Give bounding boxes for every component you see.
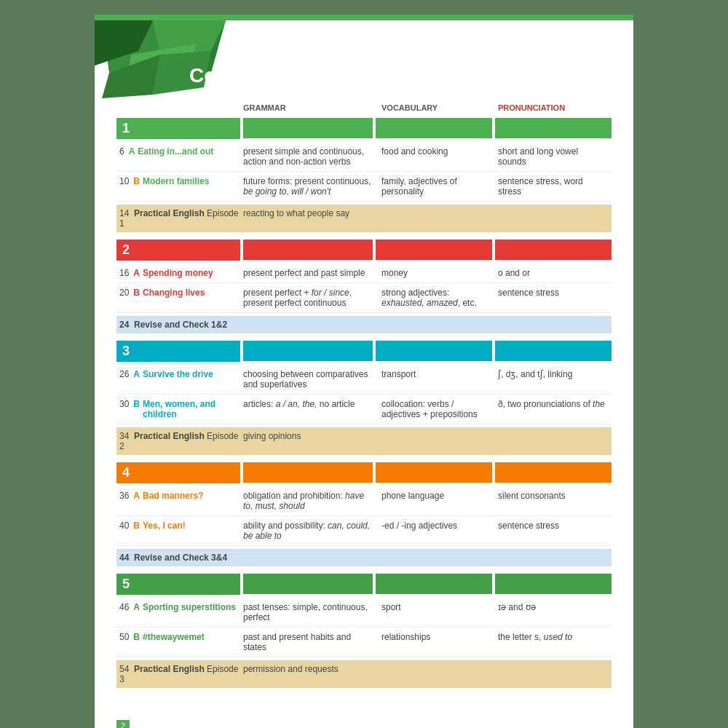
- revise-blank-1a: [243, 320, 376, 330]
- practical-page-2: 34 Practical English Episode 2: [119, 431, 243, 451]
- lesson-num-3a: 26: [116, 369, 132, 379]
- lesson-label-3a: A: [133, 369, 140, 379]
- unit-header-2: 2: [116, 240, 612, 261]
- unit-color-vocab-3: [376, 341, 492, 361]
- lesson-label-1b: B: [133, 176, 140, 186]
- practical-page-3: 54 Practical English Episode 3: [119, 664, 243, 684]
- unit-color-pronun-5: [495, 574, 612, 594]
- lesson-grammar-5b: past and present habits and states: [240, 632, 379, 652]
- practical-blank-3b: [492, 664, 609, 684]
- unit-color-pronun-3: [495, 341, 612, 361]
- unit-color-vocab-5: [376, 574, 492, 594]
- lesson-label-3b: B: [133, 399, 140, 409]
- header-area: Contents: [95, 15, 633, 102]
- revise-row-2: 44 Revise and Check 3&4: [116, 549, 612, 566]
- revise-blank-2c: [492, 553, 609, 563]
- lesson-grammar-3b: articles: a / an, the, no article: [240, 399, 379, 409]
- lesson-row-2a: 16 A Spending money present perfect and …: [116, 264, 612, 283]
- lesson-name-4b: Yes, I can!: [143, 521, 186, 531]
- lesson-name-1a: Eating in...and out: [138, 146, 213, 157]
- lesson-title-1b: 10 B Modern families: [116, 176, 240, 186]
- practical-row-3: 54 Practical English Episode 3 permissio…: [116, 660, 612, 688]
- page-number: 2: [116, 720, 130, 728]
- unit-number-1: 1: [116, 118, 240, 139]
- unit-color-vocab-1: [376, 118, 492, 138]
- revise-row-1: 24 Revise and Check 1&2: [116, 316, 612, 333]
- lesson-row-5b: 50 B #thewaywemet past and present habit…: [116, 628, 612, 657]
- lesson-num-1a: 6: [116, 146, 127, 157]
- practical-desc-2: giving opinions: [243, 431, 376, 451]
- practical-blank-2b: [492, 431, 609, 451]
- lesson-pronun-4b: sentence stress: [495, 521, 612, 531]
- lesson-label-5a: A: [133, 602, 140, 612]
- unit-color-vocab-4: [376, 462, 492, 483]
- lesson-pronun-2a: o and or: [495, 268, 612, 278]
- lesson-row-4b: 40 B Yes, I can! ability and possibility…: [116, 516, 612, 546]
- unit-color-grammar-5: [243, 574, 373, 594]
- lesson-grammar-3a: choosing between comparatives and superl…: [240, 369, 379, 389]
- unit-number-3: 3: [116, 341, 240, 362]
- practical-desc-3: permission and requests: [243, 664, 376, 684]
- svg-marker-0: [95, 15, 240, 20]
- practical-blank-1b: [492, 208, 609, 229]
- lesson-vocab-1a: food and cooking: [379, 146, 495, 157]
- lesson-num-2b: 20: [116, 288, 132, 298]
- lesson-title-5b: 50 B #thewaywemet: [116, 632, 240, 642]
- unit-number-4: 4: [116, 462, 240, 483]
- lesson-num-3b: 30: [116, 399, 132, 409]
- unit-color-grammar-4: [243, 462, 373, 483]
- revise-page-2: 44 Revise and Check 3&4: [119, 553, 243, 563]
- lesson-label-2b: B: [133, 288, 140, 298]
- lesson-vocab-5b: relationships: [379, 632, 495, 642]
- lesson-title-4a: 36 A Bad manners?: [116, 491, 240, 501]
- lesson-row-1a: 6 A Eating in...and out present simple a…: [116, 142, 612, 172]
- unit-section-1: 1 6 A Eating in...and out present simple…: [116, 118, 612, 232]
- lesson-row-1b: 10 B Modern families future forms: prese…: [116, 172, 612, 202]
- lesson-title-2b: 20 B Changing lives: [116, 288, 240, 298]
- unit-number-5: 5: [116, 574, 240, 595]
- unit-color-vocab-2: [376, 240, 492, 260]
- lesson-pronun-4a: silent consonants: [495, 491, 612, 501]
- lesson-vocab-3a: transport: [379, 369, 495, 379]
- unit-color-pronun-2: [495, 240, 612, 260]
- lesson-row-4a: 36 A Bad manners? obligation and prohibi…: [116, 486, 612, 516]
- lesson-pronun-1a: short and long vowel sounds: [495, 146, 612, 167]
- lesson-pronun-1b: sentence stress, word stress: [495, 176, 612, 197]
- lesson-pronun-2b: sentence stress: [495, 288, 612, 298]
- unit-color-grammar-2: [243, 240, 373, 260]
- lesson-title-5a: 46 A Sporting superstitions: [116, 602, 240, 612]
- lesson-label-5b: B: [133, 632, 140, 642]
- lesson-row-2b: 20 B Changing lives present perfect + fo…: [116, 283, 612, 313]
- lesson-grammar-4b: ability and possibility: can, could, be …: [240, 521, 379, 541]
- lesson-label-2a: A: [133, 268, 140, 278]
- lesson-row-5a: 46 A Sporting superstitions past tenses:…: [116, 598, 612, 628]
- lesson-row-3a: 26 A Survive the drive choosing between …: [116, 365, 612, 395]
- col-grammar: GRAMMAR: [240, 102, 379, 114]
- lesson-name-5b: #thewaywemet: [143, 632, 205, 642]
- unit-section-3: 3 26 A Survive the drive choosing betwee…: [116, 341, 612, 455]
- unit-color-grammar-3: [243, 341, 373, 361]
- lesson-grammar-2b: present perfect + for / since, present p…: [240, 288, 379, 308]
- revise-page-1: 24 Revise and Check 1&2: [119, 320, 243, 330]
- unit-header-5: 5: [116, 574, 612, 595]
- practical-blank-1a: [376, 208, 492, 229]
- unit-number-2: 2: [116, 240, 240, 261]
- lesson-num-5a: 46: [116, 602, 132, 612]
- lesson-grammar-4a: obligation and prohibition: have to, mus…: [240, 491, 379, 511]
- practical-desc-1: reacting to what people say: [243, 208, 376, 229]
- revise-blank-2a: [243, 553, 376, 563]
- lesson-title-2a: 16 A Spending money: [116, 268, 240, 278]
- lesson-pronun-3b: ð, two pronunciations of the: [495, 399, 612, 409]
- header-decoration: [95, 15, 240, 102]
- unit-header-4: 4: [116, 462, 612, 483]
- lesson-vocab-4b: -ed / -ing adjectives: [379, 521, 495, 531]
- revise-blank-1b: [376, 320, 492, 330]
- lesson-vocab-2a: money: [379, 268, 495, 278]
- practical-blank-2a: [376, 431, 492, 451]
- lesson-label-4a: A: [133, 491, 140, 501]
- col-vocabulary: VOCABULARY: [379, 102, 495, 114]
- lesson-name-4a: Bad manners?: [143, 491, 203, 501]
- lesson-grammar-2a: present perfect and past simple: [240, 268, 379, 278]
- lesson-label-4b: B: [133, 521, 140, 531]
- practical-row-2: 34 Practical English Episode 2 giving op…: [116, 427, 612, 455]
